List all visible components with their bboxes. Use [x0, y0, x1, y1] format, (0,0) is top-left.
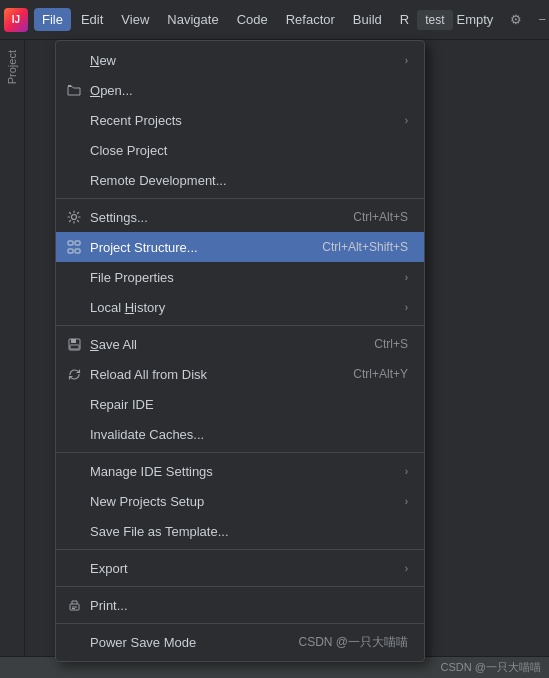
file-props-label: File Properties	[90, 270, 405, 285]
power-save-icon	[64, 632, 84, 652]
menu-item-export[interactable]: Export ›	[56, 553, 424, 583]
local-history-icon	[64, 297, 84, 317]
save-template-icon	[64, 521, 84, 541]
file-props-icon	[64, 267, 84, 287]
close-label: Close Project	[90, 143, 408, 158]
menu-edit[interactable]: Edit	[73, 8, 111, 31]
menu-item-open[interactable]: Open...	[56, 75, 424, 105]
empty-label: Empty	[457, 12, 494, 27]
menu-item-recent[interactable]: Recent Projects ›	[56, 105, 424, 135]
menu-item-new-projects-setup[interactable]: New Projects Setup ›	[56, 486, 424, 516]
menu-item-power-save[interactable]: Power Save Mode CSDN @一只大喵喵	[56, 627, 424, 657]
menu-item-project-structure[interactable]: Project Structure... Ctrl+Alt+Shift+S	[56, 232, 424, 262]
dropdown-menu: New › Open... Recent Projects › Close Pr…	[55, 40, 425, 662]
menu-item-close[interactable]: Close Project	[56, 135, 424, 165]
menu-item-print[interactable]: Print...	[56, 590, 424, 620]
project-structure-shortcut: Ctrl+Alt+Shift+S	[322, 240, 408, 254]
project-structure-label: Project Structure...	[90, 240, 282, 255]
new-icon	[64, 50, 84, 70]
file-dropdown: New › Open... Recent Projects › Close Pr…	[55, 40, 425, 662]
manage-ide-label: Manage IDE Settings	[90, 464, 405, 479]
project-structure-icon	[64, 237, 84, 257]
menu-item-settings[interactable]: Settings... Ctrl+Alt+S	[56, 202, 424, 232]
settings-shortcut: Ctrl+Alt+S	[353, 210, 408, 224]
menu-refactor[interactable]: Refactor	[278, 8, 343, 31]
attribution-text: CSDN @一只大喵喵	[441, 660, 541, 675]
repair-label: Repair IDE	[90, 397, 408, 412]
local-history-label: Local History	[90, 300, 405, 315]
repair-icon	[64, 394, 84, 414]
menu-file[interactable]: File	[34, 8, 71, 31]
settings-label: Settings...	[90, 210, 313, 225]
separator-1	[56, 198, 424, 199]
svg-rect-7	[70, 345, 79, 349]
open-icon	[64, 80, 84, 100]
remote-label: Remote Development...	[90, 173, 408, 188]
new-projects-arrow: ›	[405, 496, 408, 507]
svg-rect-3	[68, 249, 73, 253]
svg-rect-6	[71, 339, 76, 343]
export-label: Export	[90, 561, 405, 576]
recent-arrow: ›	[405, 115, 408, 126]
separator-2	[56, 325, 424, 326]
power-save-attribution: CSDN @一只大喵喵	[298, 634, 408, 651]
manage-ide-arrow: ›	[405, 466, 408, 477]
menu-bar: IJ File Edit View Navigate Code Refactor…	[0, 0, 549, 40]
menu-item-invalidate[interactable]: Invalidate Caches...	[56, 419, 424, 449]
menu-item-new[interactable]: New ›	[56, 45, 424, 75]
separator-3	[56, 452, 424, 453]
project-name-label: test	[417, 10, 452, 30]
menu-item-save-template[interactable]: Save File as Template...	[56, 516, 424, 546]
gear-button[interactable]: ⚙	[505, 9, 527, 31]
separator-6	[56, 623, 424, 624]
menu-item-repair[interactable]: Repair IDE	[56, 389, 424, 419]
minus-button[interactable]: −	[531, 9, 549, 31]
menu-item-file-properties[interactable]: File Properties ›	[56, 262, 424, 292]
menu-run[interactable]: R	[392, 8, 417, 31]
svg-rect-1	[68, 241, 73, 245]
power-save-label: Power Save Mode	[90, 635, 258, 650]
sidebar: Project	[0, 40, 25, 678]
save-template-label: Save File as Template...	[90, 524, 408, 539]
reload-shortcut: Ctrl+Alt+Y	[353, 367, 408, 381]
new-projects-label: New Projects Setup	[90, 494, 405, 509]
export-icon	[64, 558, 84, 578]
menu-item-local-history[interactable]: Local History ›	[56, 292, 424, 322]
separator-4	[56, 549, 424, 550]
sidebar-tab-project[interactable]: Project	[3, 44, 21, 90]
svg-rect-10	[72, 608, 75, 609]
menu-navigate[interactable]: Navigate	[159, 8, 226, 31]
menu-item-reload[interactable]: Reload All from Disk Ctrl+Alt+Y	[56, 359, 424, 389]
save-all-icon	[64, 334, 84, 354]
svg-rect-4	[75, 249, 80, 253]
menu-code[interactable]: Code	[229, 8, 276, 31]
menu-item-remote[interactable]: Remote Development...	[56, 165, 424, 195]
local-history-arrow: ›	[405, 302, 408, 313]
svg-rect-9	[72, 606, 77, 607]
separator-5	[56, 586, 424, 587]
menu-build[interactable]: Build	[345, 8, 390, 31]
recent-label: Recent Projects	[90, 113, 405, 128]
settings-icon	[64, 207, 84, 227]
recent-icon	[64, 110, 84, 130]
new-label: New	[90, 53, 405, 68]
new-projects-icon	[64, 491, 84, 511]
save-all-shortcut: Ctrl+S	[374, 337, 408, 351]
svg-rect-2	[75, 241, 80, 245]
open-label: Open...	[90, 83, 408, 98]
menu-items: File Edit View Navigate Code Refactor Bu…	[34, 8, 417, 31]
print-label: Print...	[90, 598, 408, 613]
reload-icon	[64, 364, 84, 384]
print-icon	[64, 595, 84, 615]
app-icon: IJ	[4, 6, 28, 34]
file-props-arrow: ›	[405, 272, 408, 283]
new-arrow: ›	[405, 55, 408, 66]
save-all-label: Save All	[90, 337, 334, 352]
close-icon	[64, 140, 84, 160]
menu-view[interactable]: View	[113, 8, 157, 31]
menu-item-save-all[interactable]: Save All Ctrl+S	[56, 329, 424, 359]
svg-point-0	[72, 215, 77, 220]
remote-icon	[64, 170, 84, 190]
invalidate-icon	[64, 424, 84, 444]
menu-item-manage-ide[interactable]: Manage IDE Settings ›	[56, 456, 424, 486]
